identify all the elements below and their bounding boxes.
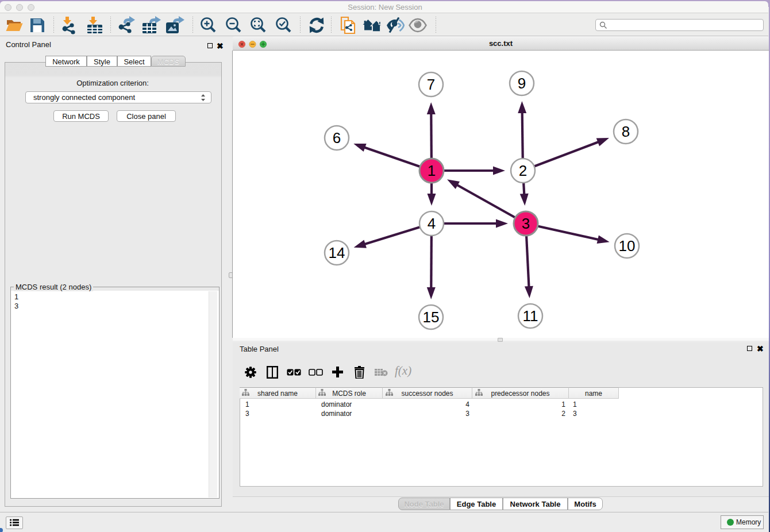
svg-text:1: 1 <box>428 162 436 179</box>
svg-text:8: 8 <box>622 123 630 140</box>
svg-text:4: 4 <box>428 215 436 232</box>
svg-text:14: 14 <box>329 244 345 261</box>
svg-text:9: 9 <box>518 75 526 92</box>
svg-text:6: 6 <box>333 129 341 147</box>
svg-text:2: 2 <box>519 162 527 179</box>
svg-text:11: 11 <box>523 307 538 325</box>
svg-text:7: 7 <box>427 76 435 93</box>
svg-text:15: 15 <box>423 309 440 326</box>
svg-text:3: 3 <box>522 215 530 232</box>
svg-text:10: 10 <box>619 237 636 255</box>
